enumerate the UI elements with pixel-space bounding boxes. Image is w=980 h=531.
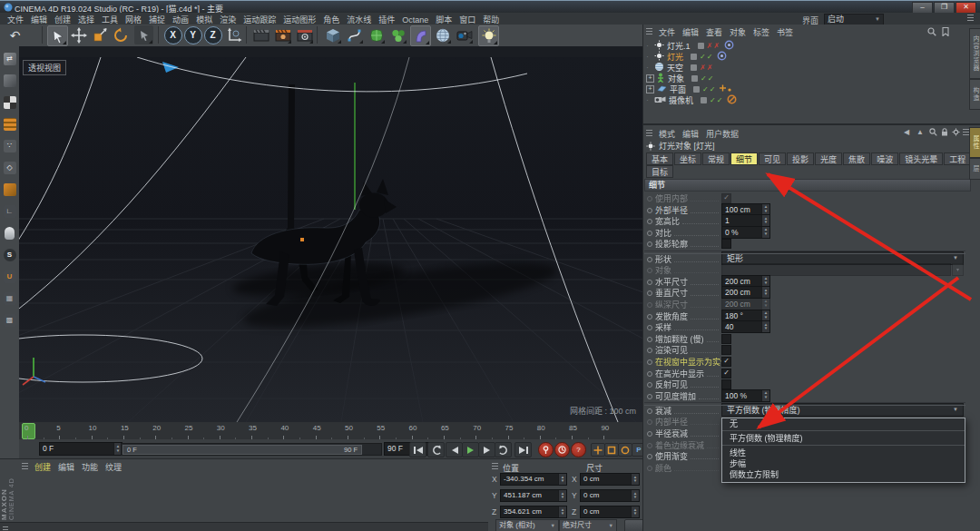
anim-dot-icon[interactable] <box>647 466 652 471</box>
anim-dot-icon[interactable] <box>647 257 652 262</box>
stepper-icon[interactable]: ▲▼ <box>761 310 769 321</box>
coord-field-0-X[interactable]: -340.354 cm▲▼ <box>500 473 567 486</box>
add-camera-icon[interactable] <box>455 25 474 44</box>
coord-mode-dropdown[interactable]: 对象 (相对)▼ <box>495 519 559 531</box>
key-scale-toggle-icon[interactable] <box>604 443 619 457</box>
anim-dot-icon[interactable] <box>647 208 652 213</box>
anim-dot-icon[interactable] <box>647 196 652 202</box>
object-name[interactable]: 摄像机 <box>669 94 693 106</box>
coord-field-1-Z[interactable]: 0 cm▲▼ <box>580 506 640 518</box>
object-manager-menu-4[interactable]: 标签 <box>750 25 773 39</box>
object-manager-menu-5[interactable]: 书签 <box>773 25 797 39</box>
key-rotation-toggle-icon[interactable] <box>618 443 632 457</box>
visibility-dots[interactable]: ✓✓ <box>700 53 713 61</box>
material-menu-1[interactable]: 编辑 <box>54 460 78 474</box>
expand-icon[interactable]: + <box>646 85 654 93</box>
back-icon[interactable]: ◀ <box>904 128 909 136</box>
add-subdivision-surface-icon[interactable] <box>367 25 386 44</box>
object-row-灯光[interactable]: ·灯光✓✓ <box>646 51 727 62</box>
target-tag-icon[interactable] <box>717 51 727 63</box>
anim-dot-icon[interactable] <box>647 325 652 330</box>
attribute-manager-menu-2[interactable]: 用户数据 <box>702 127 742 141</box>
current-frame-field[interactable]: 0 F▲▼ <box>39 442 122 456</box>
attribute-manager-menu-0[interactable]: 模式 <box>655 127 679 141</box>
tab-常规[interactable]: 常规 <box>702 152 730 165</box>
anim-dot-icon[interactable] <box>647 371 652 377</box>
anim-dot-icon[interactable] <box>647 314 652 320</box>
visibility-dots[interactable]: ✗✗ <box>700 64 713 72</box>
anim-dot-icon[interactable] <box>647 382 652 388</box>
anim-dot-icon[interactable] <box>647 394 652 399</box>
goto-end-icon[interactable] <box>514 442 532 457</box>
stepper-icon[interactable]: ▲▼ <box>761 204 769 215</box>
grid-icon[interactable] <box>22 463 28 469</box>
stepper-icon[interactable]: ▲▼ <box>761 390 769 401</box>
object-manager-menu-2[interactable]: 查看 <box>702 25 726 39</box>
visibility-dots[interactable]: ✓✓ <box>702 85 716 93</box>
up-icon[interactable]: ▲ <box>916 128 924 136</box>
stepper-icon[interactable]: ▲▼ <box>761 287 769 298</box>
coord-field-0-Z[interactable]: 354.621 cm▲▼ <box>500 506 567 518</box>
checkbox[interactable]: ✓ <box>721 369 731 379</box>
stepper-icon[interactable]: ▲▼ <box>631 490 639 501</box>
anim-dot-icon[interactable] <box>647 302 652 308</box>
add-mograph-icon[interactable] <box>388 25 407 44</box>
anim-dot-icon[interactable] <box>647 443 652 448</box>
search-icon[interactable] <box>929 128 937 138</box>
search-icon[interactable] <box>927 27 936 38</box>
anim-dot-icon[interactable] <box>647 219 652 224</box>
checkbox[interactable]: ✓ <box>721 193 731 203</box>
object-manager-menu-3[interactable]: 对象 <box>726 25 750 39</box>
visibility-dots[interactable]: ✓✓ <box>710 96 723 104</box>
stepper-icon[interactable]: ▲▼ <box>631 506 639 517</box>
render-picture-viewer-icon[interactable] <box>273 25 292 44</box>
value-field[interactable]: 40▲▼ <box>721 320 770 333</box>
layer-state-icon[interactable] <box>691 75 698 82</box>
layer-state-icon[interactable] <box>701 97 707 103</box>
coordinate-system-icon[interactable] <box>224 25 243 44</box>
falloff-option-平方倒数 (物理精度)[interactable]: 平方倒数 (物理精度) <box>722 433 965 444</box>
workplane-mode-icon[interactable] <box>2 116 17 132</box>
autokey-icon[interactable] <box>554 442 570 457</box>
auto-switch-mode-icon[interactable]: S <box>2 247 17 262</box>
object-manager-menu-0[interactable]: 文件 <box>655 25 679 39</box>
checkbox[interactable] <box>721 239 731 249</box>
snap-magnet-icon[interactable]: U <box>2 269 17 284</box>
workplane-grid-icon[interactable]: ▦ <box>2 290 17 306</box>
rotate-tool-icon[interactable] <box>111 25 130 44</box>
texture-mode-icon[interactable] <box>2 94 17 110</box>
stepper-icon[interactable]: ▲▼ <box>761 299 769 310</box>
section-header[interactable]: 细节 <box>644 179 971 192</box>
tab-工程[interactable]: 工程 <box>944 152 971 165</box>
stepper-icon[interactable]: ▲▼ <box>761 276 769 287</box>
lock-y-axis-icon[interactable]: Y <box>183 25 202 44</box>
anim-dot-icon[interactable] <box>647 419 652 425</box>
checkbox[interactable] <box>721 334 731 344</box>
timeline-range-slider[interactable]: 0 F 90 F <box>121 443 382 456</box>
tab-基本[interactable]: 基本 <box>646 152 673 165</box>
tab-坐标[interactable]: 坐标 <box>674 152 701 165</box>
stepper-icon[interactable]: ▲▼ <box>558 506 566 517</box>
value-field[interactable]: 0 %▲▼ <box>721 226 770 239</box>
anim-dot-icon[interactable] <box>647 290 652 296</box>
anim-dot-icon[interactable] <box>647 231 652 236</box>
anim-dot-icon[interactable] <box>647 268 652 273</box>
visibility-dots[interactable]: ✗✗ <box>707 42 720 50</box>
anim-dot-icon[interactable] <box>647 454 652 459</box>
live-selection-icon[interactable] <box>47 25 68 46</box>
anim-dot-icon[interactable] <box>647 431 652 437</box>
checkbox[interactable]: ✓ <box>721 357 731 367</box>
checkbox[interactable] <box>721 345 731 355</box>
material-menu-3[interactable]: 纹理 <box>102 460 125 474</box>
add-environment-icon[interactable] <box>433 25 452 44</box>
scale-tool-icon[interactable] <box>90 25 109 44</box>
undo-icon[interactable]: ↶ <box>5 25 24 44</box>
tab-目标[interactable]: 目标 <box>646 165 673 178</box>
falloff-option-线性[interactable]: 线性 <box>722 447 965 458</box>
viewport-solo-icon[interactable] <box>2 225 17 241</box>
stepper-icon[interactable]: ▲▼ <box>631 474 639 485</box>
play-forward-icon[interactable] <box>462 442 479 457</box>
stepper-icon[interactable]: ▲▼ <box>761 321 769 332</box>
stepper-icon[interactable]: ▲▼ <box>761 227 769 238</box>
layer-state-icon[interactable] <box>691 54 697 60</box>
